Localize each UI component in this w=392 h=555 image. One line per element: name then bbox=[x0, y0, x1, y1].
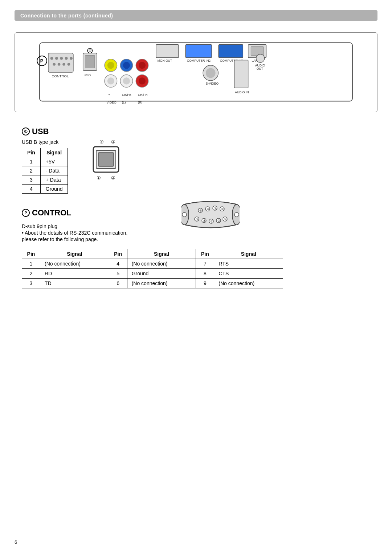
svg-rect-50 bbox=[234, 60, 248, 88]
control-description: D-sub 9pin plug • About the details of R… bbox=[22, 223, 283, 242]
svg-point-7 bbox=[53, 63, 56, 66]
table-row: 4 Ground bbox=[22, 185, 68, 194]
svg-text:OUT: OUT bbox=[257, 67, 264, 70]
ctrl-signal: RTS bbox=[214, 259, 283, 269]
usb-table-area: USB B type jack Pin Signal 1 +5V 2 - Da bbox=[22, 139, 68, 194]
ctrl-signal: (No connection) bbox=[214, 279, 283, 288]
svg-rect-57 bbox=[98, 153, 114, 166]
svg-text:CB/PB: CB/PB bbox=[122, 93, 131, 97]
usb-pin-table: Pin Signal 1 +5V 2 - Data 3 + Da bbox=[22, 148, 68, 194]
svg-point-6 bbox=[70, 57, 73, 60]
ctrl-col-pin2: Pin bbox=[109, 249, 127, 259]
ctrl-signal: (No connection) bbox=[127, 259, 196, 269]
page-number: 6 bbox=[15, 539, 17, 545]
svg-rect-42 bbox=[219, 44, 243, 57]
svg-point-8 bbox=[58, 63, 61, 66]
svg-text:S-VIDEO: S-VIDEO bbox=[206, 82, 219, 85]
svg-text:⑨: ⑨ bbox=[199, 209, 202, 212]
svg-point-9 bbox=[62, 63, 65, 66]
pin-signal: - Data bbox=[40, 166, 68, 175]
svg-text:AUDIO IN: AUDIO IN bbox=[235, 90, 249, 94]
svg-point-30 bbox=[139, 77, 146, 84]
svg-point-28 bbox=[123, 77, 130, 84]
svg-point-22 bbox=[123, 62, 130, 69]
control-section: P CONTROL D-sub 9pin plug • About the de… bbox=[22, 208, 377, 288]
ctrl-pin: 4 bbox=[109, 259, 127, 269]
pin-num: 1 bbox=[22, 157, 41, 166]
usb-pin-label-3: ③ bbox=[111, 139, 115, 145]
ctrl-signal: TD bbox=[40, 279, 109, 288]
svg-point-20 bbox=[107, 62, 114, 69]
svg-text:①: ① bbox=[224, 218, 227, 221]
ctrl-col-sig1: Signal bbox=[40, 249, 109, 259]
svg-rect-1 bbox=[48, 53, 73, 72]
ctrl-col-pin1: Pin bbox=[22, 249, 40, 259]
usb-connector-diagram: ④ ③ ① ② bbox=[90, 139, 122, 181]
usb-title-text: USB bbox=[32, 127, 49, 136]
svg-text:⑤: ⑤ bbox=[196, 218, 199, 221]
ctrl-signal: (No connection) bbox=[127, 279, 196, 288]
svg-text:④: ④ bbox=[203, 219, 206, 223]
svg-point-10 bbox=[68, 63, 70, 66]
usb-pin-label-2: ② bbox=[111, 175, 115, 181]
control-subtitle: D-sub 9pin plug bbox=[22, 223, 283, 229]
svg-text:COMPUTER IN2: COMPUTER IN2 bbox=[187, 59, 211, 62]
table-row: 3 TD 6 (No connection) 9 (No connection) bbox=[22, 279, 283, 288]
ctrl-pin: 6 bbox=[109, 279, 127, 288]
control-title-text: CONTROL bbox=[32, 208, 72, 218]
svg-point-5 bbox=[65, 57, 68, 60]
svg-text:(R): (R) bbox=[138, 101, 142, 104]
table-row: 2 RD 5 Ground 8 CTS bbox=[22, 269, 283, 279]
svg-point-4 bbox=[60, 57, 63, 60]
svg-text:CR/PR: CR/PR bbox=[138, 93, 148, 97]
table-row: 3 + Data bbox=[22, 175, 68, 185]
svg-text:①: ① bbox=[89, 49, 91, 53]
usb-subtitle: USB B type jack bbox=[22, 139, 68, 145]
header-title: Connection to the ports (continued) bbox=[20, 13, 113, 19]
pin-num: 4 bbox=[22, 185, 41, 194]
svg-text:②: ② bbox=[217, 219, 220, 223]
ctrl-pin: 2 bbox=[22, 269, 40, 279]
usb-pin-top-labels: ④ ③ bbox=[99, 139, 115, 145]
ctrl-pin: 9 bbox=[196, 279, 214, 288]
usb-connector-svg bbox=[90, 146, 122, 174]
svg-text:MON OUT: MON OUT bbox=[158, 59, 172, 62]
svg-point-2 bbox=[50, 57, 53, 60]
svg-rect-38 bbox=[156, 44, 179, 57]
pin-signal: +5V bbox=[40, 157, 68, 166]
svg-text:CONTROL: CONTROL bbox=[52, 74, 69, 78]
usb-title: ① USB bbox=[22, 127, 377, 136]
usb-section: ① USB USB B type jack Pin Signal 1 +5V bbox=[22, 127, 377, 194]
svg-text:P: P bbox=[40, 58, 43, 64]
usb-pin-label-1: ① bbox=[97, 175, 101, 181]
pin-num: 2 bbox=[22, 166, 41, 175]
usb-table-header-signal: Signal bbox=[40, 148, 68, 157]
svg-rect-15 bbox=[85, 56, 95, 68]
svg-point-52 bbox=[256, 54, 265, 62]
control-left: D-sub 9pin plug • About the details of R… bbox=[22, 220, 283, 288]
control-desc2: please refer to the following page. bbox=[22, 236, 283, 242]
table-row: 1 +5V bbox=[22, 157, 68, 166]
svg-text:VIDEO: VIDEO bbox=[107, 101, 117, 104]
svg-text:AUDIO: AUDIO bbox=[255, 64, 265, 67]
ctrl-signal: RD bbox=[40, 269, 109, 279]
usb-pin-bottom-labels: ① ② bbox=[97, 175, 115, 181]
ctrl-pin: 8 bbox=[196, 269, 214, 279]
ctrl-pin: 7 bbox=[196, 259, 214, 269]
control-flex: D-sub 9pin plug • About the details of R… bbox=[22, 220, 377, 288]
pin-num: 3 bbox=[22, 175, 41, 185]
ctrl-col-pin3: Pin bbox=[196, 249, 214, 259]
ctrl-pin: 1 bbox=[22, 259, 40, 269]
dsub-connector-diagram: ⑨ ⑧ ⑦ ⑥ ⑤ ④ ③ ② ① bbox=[181, 199, 240, 232]
svg-text:Y: Y bbox=[108, 93, 110, 97]
svg-text:⑥: ⑥ bbox=[221, 207, 224, 211]
svg-text:USB: USB bbox=[84, 73, 91, 77]
pin-signal: Ground bbox=[40, 185, 68, 194]
ctrl-pin: 3 bbox=[22, 279, 40, 288]
svg-point-3 bbox=[55, 57, 58, 60]
svg-point-24 bbox=[139, 62, 146, 69]
ctrl-col-sig2: Signal bbox=[127, 249, 196, 259]
control-pin-table: Pin Signal Pin Signal Pin Signal 1 (No c… bbox=[22, 249, 283, 288]
svg-text:⑧: ⑧ bbox=[207, 207, 209, 211]
control-circle-icon: P bbox=[22, 209, 30, 217]
